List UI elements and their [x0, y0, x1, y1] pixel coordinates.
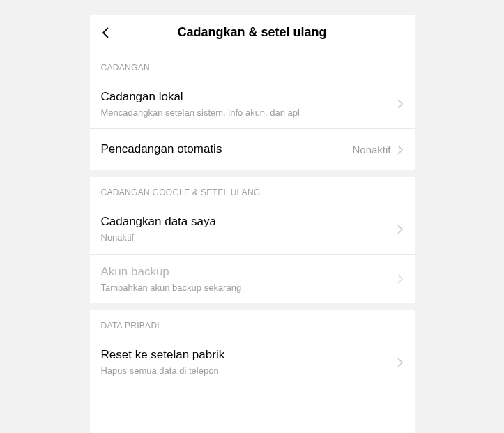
item-text: Akun backup Tambahkan akun backup sekara…	[101, 264, 397, 294]
section-header-google: CADANGAN GOOGLE & SETEL ULANG	[90, 177, 415, 204]
chevron-right-icon	[397, 98, 404, 109]
item-value: Nonaktif	[352, 144, 390, 155]
section-header-personal: DATA PRIBADI	[90, 310, 415, 337]
settings-screen: Cadangkan & setel ulang CADANGAN Cadanga…	[90, 15, 415, 433]
section-gap	[90, 303, 415, 310]
item-title: Cadangkan data saya	[101, 214, 397, 230]
item-right	[397, 98, 404, 109]
item-title: Akun backup	[101, 264, 397, 280]
header-bar: Cadangkan & setel ulang	[90, 15, 415, 52]
item-text: Pencadangan otomatis	[101, 142, 353, 158]
item-subtitle: Hapus semua data di telepon	[101, 365, 397, 377]
chevron-right-icon	[397, 357, 404, 368]
item-subtitle: Tambahkan akun backup sekarang	[101, 282, 397, 294]
chevron-right-icon	[397, 144, 404, 155]
item-local-backup[interactable]: Cadangan lokal Mencadangkan setelan sist…	[90, 79, 415, 129]
item-title: Reset ke setelan pabrik	[101, 347, 397, 363]
item-text: Cadangan lokal Mencadangkan setelan sist…	[101, 89, 397, 119]
item-title: Cadangan lokal	[101, 89, 397, 105]
item-backup-my-data[interactable]: Cadangkan data saya Nonaktif	[90, 204, 415, 254]
item-auto-backup[interactable]: Pencadangan otomatis Nonaktif	[90, 129, 415, 170]
section-header-label: CADANGAN GOOGLE & SETEL ULANG	[101, 188, 261, 197]
section-header-label: CADANGAN	[101, 63, 150, 73]
item-title: Pencadangan otomatis	[101, 142, 353, 158]
section-gap	[90, 170, 415, 177]
item-right	[397, 357, 404, 368]
chevron-right-icon	[397, 224, 404, 235]
back-icon[interactable]	[101, 26, 111, 40]
chevron-right-icon	[397, 273, 404, 284]
section-header-backup: CADANGAN	[90, 52, 415, 79]
item-text: Cadangkan data saya Nonaktif	[101, 214, 397, 243]
item-backup-account[interactable]: Akun backup Tambahkan akun backup sekara…	[90, 255, 415, 303]
item-subtitle: Nonaktif	[101, 231, 397, 244]
item-factory-reset[interactable]: Reset ke setelan pabrik Hapus semua data…	[90, 337, 415, 386]
section-header-label: DATA PRIBADI	[101, 321, 160, 331]
item-text: Reset ke setelan pabrik Hapus semua data…	[101, 347, 397, 377]
page-title: Cadangkan & setel ulang	[101, 25, 404, 40]
item-right	[397, 224, 404, 235]
item-subtitle: Mencadangkan setelan sistem, info akun, …	[101, 107, 397, 119]
item-right: Nonaktif	[352, 144, 403, 155]
item-right	[397, 273, 404, 284]
